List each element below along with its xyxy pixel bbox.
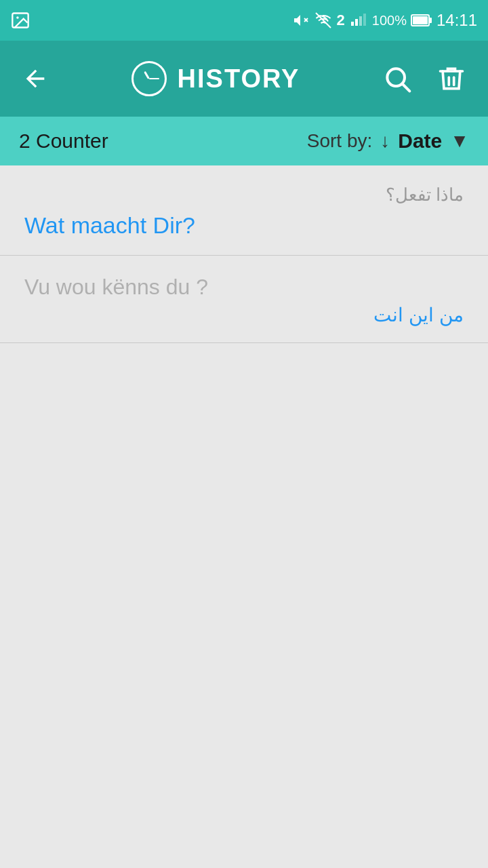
battery-text: 100% bbox=[372, 13, 407, 28]
badge-2: 2 bbox=[337, 12, 345, 29]
svg-rect-5 bbox=[355, 19, 358, 26]
signal-icon bbox=[349, 12, 368, 28]
history-item[interactable]: Vu wou kënns du ? من اين انت bbox=[0, 256, 488, 343]
sort-direction-icon: ↓ bbox=[380, 130, 390, 152]
back-icon bbox=[22, 65, 49, 92]
svg-rect-6 bbox=[359, 16, 362, 26]
svg-rect-7 bbox=[363, 14, 366, 26]
history-item[interactable]: ماذا تفعل؟ Wat maacht Dir? bbox=[0, 165, 488, 256]
back-button[interactable] bbox=[16, 60, 54, 98]
sort-controls[interactable]: Sort by: ↓ Date ▼ bbox=[307, 130, 469, 153]
app-bar-actions bbox=[377, 58, 472, 99]
item-sub-text: Vu wou kënns du ? bbox=[24, 275, 464, 300]
svg-line-12 bbox=[403, 84, 409, 91]
app-bar: HISTORY bbox=[0, 41, 488, 117]
image-icon bbox=[11, 11, 30, 30]
svg-point-1 bbox=[16, 16, 19, 19]
svg-rect-9 bbox=[429, 18, 432, 23]
trash-icon bbox=[436, 64, 466, 94]
status-time: 14:11 bbox=[436, 11, 477, 30]
search-icon bbox=[382, 64, 412, 94]
content-area: ماذا تفعل؟ Wat maacht Dir? Vu wou kënns … bbox=[0, 165, 488, 868]
status-bar: 2 100% 14:11 bbox=[0, 0, 488, 41]
app-bar-title: HISTORY bbox=[178, 64, 300, 94]
delete-button[interactable] bbox=[431, 58, 472, 99]
dropdown-arrow-icon[interactable]: ▼ bbox=[450, 130, 469, 152]
app-bar-center: HISTORY bbox=[131, 61, 300, 96]
mute-icon bbox=[291, 12, 310, 28]
battery-icon bbox=[411, 13, 432, 28]
item-translation-text: من اين انت bbox=[24, 304, 464, 326]
svg-rect-10 bbox=[413, 16, 428, 24]
wifi-icon bbox=[314, 12, 333, 28]
sort-by-label: Sort by: bbox=[307, 130, 372, 152]
status-bar-left bbox=[11, 11, 30, 30]
item-main-text: Wat maacht Dir? bbox=[24, 212, 464, 239]
counter-label: 2 Counter bbox=[19, 130, 108, 153]
sort-value: Date bbox=[398, 130, 442, 153]
sort-bar: 2 Counter Sort by: ↓ Date ▼ bbox=[0, 117, 488, 165]
svg-rect-4 bbox=[351, 22, 354, 26]
search-button[interactable] bbox=[377, 58, 418, 99]
history-clock-icon bbox=[131, 61, 167, 96]
status-bar-right: 2 100% 14:11 bbox=[291, 11, 477, 30]
item-arabic-text: ماذا تفعل؟ bbox=[24, 184, 464, 205]
